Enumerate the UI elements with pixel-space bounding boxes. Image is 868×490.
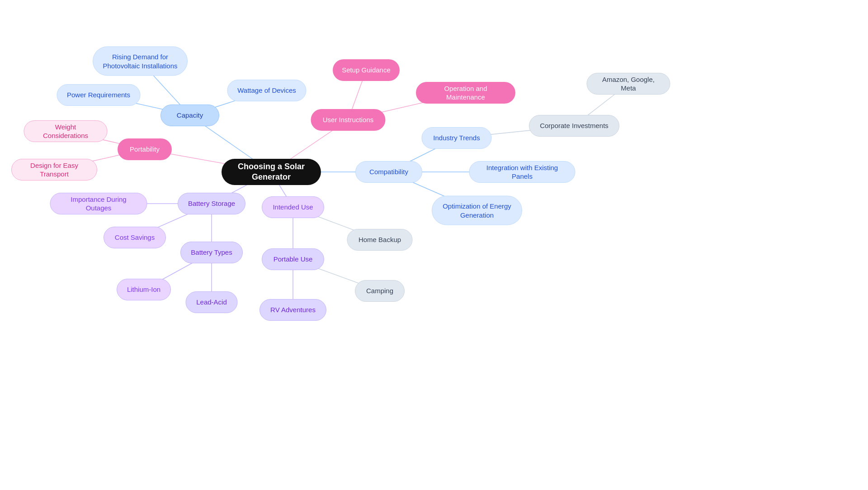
node-user-instructions[interactable]: User Instructions	[311, 109, 386, 131]
node-integration[interactable]: Integration with Existing Panels	[469, 161, 576, 183]
node-camping[interactable]: Camping	[355, 280, 405, 302]
node-lithium-ion[interactable]: Lithium-Ion	[117, 279, 171, 300]
node-rising-demand[interactable]: Rising Demand for Photovoltaic Installat…	[93, 47, 188, 76]
node-portable-use[interactable]: Portable Use	[262, 248, 324, 270]
node-amazon-google[interactable]: Amazon, Google, Meta	[587, 73, 670, 95]
node-setup-guidance[interactable]: Setup Guidance	[333, 59, 400, 81]
node-capacity[interactable]: Capacity	[160, 105, 219, 126]
node-battery-storage[interactable]: Battery Storage	[178, 193, 245, 214]
node-operation-maintenance[interactable]: Operation and Maintenance	[416, 82, 515, 104]
node-industry-trends[interactable]: Industry Trends	[422, 127, 492, 149]
node-weight[interactable]: Weight Considerations	[24, 120, 108, 142]
mindmap-canvas: Choosing a Solar GeneratorCapacityRising…	[0, 0, 868, 490]
node-battery-types[interactable]: Battery Types	[180, 242, 243, 263]
node-compatibility[interactable]: Compatibility	[355, 161, 422, 183]
node-importance-outages[interactable]: Importance During Outages	[50, 193, 147, 214]
node-cost-savings[interactable]: Cost Savings	[104, 227, 166, 248]
node-intended-use[interactable]: Intended Use	[262, 196, 324, 218]
node-power-req[interactable]: Power Requirements	[57, 84, 141, 106]
node-optimization[interactable]: Optimization of Energy Generation	[432, 196, 522, 225]
node-wattage[interactable]: Wattage of Devices	[227, 80, 307, 101]
node-portability[interactable]: Portability	[118, 138, 172, 160]
node-home-backup[interactable]: Home Backup	[347, 229, 413, 251]
node-design-transport[interactable]: Design for Easy Transport	[11, 159, 97, 181]
node-lead-acid[interactable]: Lead-Acid	[186, 291, 238, 313]
node-rv-adventures[interactable]: RV Adventures	[259, 299, 326, 321]
node-corporate-invest[interactable]: Corporate Investments	[529, 115, 619, 137]
node-center[interactable]: Choosing a Solar Generator	[222, 159, 321, 185]
